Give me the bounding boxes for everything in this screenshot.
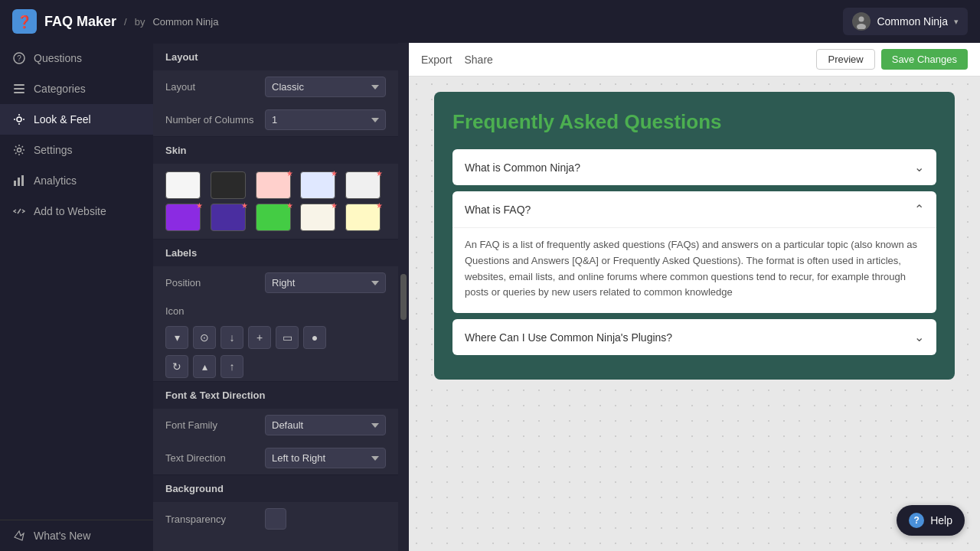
share-link[interactable]: Share [464, 54, 492, 66]
skin-swatch-6[interactable]: ★ [211, 204, 246, 231]
premium-star: ★ [376, 169, 383, 178]
add-to-website-icon [12, 204, 26, 218]
skin-grid: ★ ★ ★ ★ ★ ★ [165, 171, 386, 231]
sidebar-item-questions[interactable]: ? Questions [0, 43, 153, 73]
icon-btn-square[interactable]: ▭ [276, 326, 299, 349]
font-section-header: Font & Text Direction [153, 381, 398, 409]
help-label: Help [930, 514, 952, 527]
skin-swatch-8[interactable]: ★ [300, 204, 335, 231]
skin-swatch-0[interactable] [165, 171, 201, 199]
icon-btn-chevron-down[interactable]: ▾ [165, 326, 188, 349]
premium-star: ★ [376, 201, 383, 210]
layout-row: Layout Classic Accordion Toggle [153, 70, 398, 103]
position-select[interactable]: Right Left Top Bottom [265, 272, 386, 293]
layout-section-header: Layout [153, 43, 398, 70]
skin-section: ★ ★ ★ ★ ★ ★ [153, 164, 398, 239]
sidebar-item-label: Add to Website [34, 205, 106, 217]
faq-question-1[interactable]: What is FAQ? ⌃ [452, 191, 936, 227]
username: Common Ninja [877, 15, 948, 28]
faq-question-text-2: Where Can I Use Common Ninja's Plugins? [465, 331, 672, 344]
whats-new-item[interactable]: What's New [0, 520, 153, 551]
sidebar-item-categories[interactable]: Categories [0, 73, 153, 104]
export-link[interactable]: Export [421, 54, 452, 66]
columns-select[interactable]: 1 2 3 [265, 109, 386, 130]
transparency-row: Transparency [153, 502, 398, 536]
icon-btn-chevron-circle[interactable]: ⊙ [193, 326, 216, 349]
icon-btn-chevron-up[interactable]: ▴ [193, 355, 216, 378]
text-direction-row: Text Direction Left to Right Right to Le… [153, 442, 398, 474]
icon-btn-arrow-up[interactable]: ↑ [220, 355, 243, 378]
premium-star: ★ [331, 201, 338, 210]
sidebar-item-analytics[interactable]: Analytics [0, 165, 153, 196]
look-feel-icon [12, 112, 26, 126]
preview-content: Frequently Asked Questions What is Commo… [409, 77, 980, 551]
svg-rect-16 [21, 175, 24, 186]
skin-swatch-7[interactable]: ★ [256, 204, 291, 231]
icon-btn-refresh[interactable]: ↻ [165, 355, 188, 378]
position-label: Position [165, 277, 257, 289]
whats-new-icon [12, 529, 26, 543]
svg-rect-7 [14, 92, 24, 93]
faq-item-0: What is Common Ninja? ⌄ [452, 149, 936, 185]
preview-toolbar: Export Share Preview Save Changes [409, 43, 980, 77]
icon-row-1: ▾ ⊙ ↓ + ▭ ● [153, 323, 398, 352]
categories-icon [12, 82, 26, 96]
premium-star: ★ [241, 201, 248, 210]
svg-rect-6 [14, 88, 24, 90]
toolbar-right: Preview Save Changes [816, 49, 968, 70]
text-direction-label: Text Direction [165, 452, 257, 464]
faq-question-2[interactable]: Where Can I Use Common Ninja's Plugins? … [452, 319, 936, 355]
header-by: / [124, 16, 127, 28]
whats-new-label: What's New [34, 530, 90, 542]
main-layout: ? Questions Categories Look & Feel Setti… [0, 43, 980, 551]
svg-point-13 [18, 148, 21, 152]
svg-rect-14 [14, 181, 16, 186]
font-family-select[interactable]: Default Arial Georgia Roboto [265, 415, 386, 435]
layout-label: Layout [165, 81, 257, 93]
scroll-thumb [400, 274, 407, 320]
premium-star: ★ [286, 201, 293, 210]
save-button[interactable]: Save Changes [881, 49, 968, 70]
layout-select[interactable]: Classic Accordion Toggle [265, 77, 386, 97]
sidebar-item-label: Questions [34, 52, 82, 64]
sidebar-item-label: Analytics [34, 174, 77, 187]
user-menu[interactable]: Common Ninja ▾ [843, 8, 968, 35]
faq-question-0[interactable]: What is Common Ninja? ⌄ [452, 149, 936, 185]
skin-swatch-2[interactable]: ★ [256, 171, 291, 199]
preview-button[interactable]: Preview [816, 49, 874, 70]
sidebar-item-look-feel[interactable]: Look & Feel [0, 104, 153, 135]
svg-rect-15 [18, 178, 20, 186]
skin-section-header: Skin [153, 136, 398, 164]
transparency-color-picker[interactable] [265, 508, 286, 530]
sidebar-item-label: Look & Feel [34, 113, 91, 126]
svg-point-8 [17, 117, 21, 122]
chevron-down-icon: ▾ [954, 17, 959, 27]
faq-toggle-2: ⌄ [914, 330, 924, 344]
premium-star: ★ [331, 169, 338, 178]
sidebar-item-settings[interactable]: Settings [0, 135, 153, 165]
icon-btn-arrow-down[interactable]: ↓ [220, 326, 243, 349]
avatar [852, 12, 871, 31]
icon-row-2: ↻ ▴ ↑ [153, 352, 398, 381]
transparency-label: Transparency [165, 514, 257, 525]
icon-btn-circle[interactable]: ● [303, 326, 326, 349]
panel-scroll-handle[interactable] [398, 43, 409, 551]
icon-btn-plus[interactable]: + [248, 326, 271, 349]
skin-swatch-5[interactable]: ★ [165, 204, 201, 231]
app-logo: ❓ [12, 9, 37, 34]
faq-item-2: Where Can I Use Common Ninja's Plugins? … [452, 319, 936, 355]
panel-scroll[interactable]: Layout Layout Classic Accordion Toggle N… [153, 43, 398, 551]
font-family-row: Font Family Default Arial Georgia Roboto [153, 409, 398, 442]
faq-toggle-0: ⌄ [914, 160, 924, 174]
labels-section-header: Labels [153, 239, 398, 266]
sidebar-item-add-to-website[interactable]: Add to Website [0, 196, 153, 227]
preview-area: Export Share Preview Save Changes Freque… [409, 43, 980, 551]
text-direction-select[interactable]: Left to Right Right to Left [265, 448, 386, 468]
skin-swatch-9[interactable]: ★ [345, 204, 381, 231]
icon-label-row: Icon [153, 299, 398, 323]
skin-swatch-4[interactable]: ★ [345, 171, 381, 199]
skin-swatch-3[interactable]: ★ [300, 171, 335, 199]
skin-swatch-1[interactable] [211, 171, 246, 199]
faq-question-text-1: What is FAQ? [465, 204, 531, 216]
help-button[interactable]: ? Help [897, 505, 965, 536]
